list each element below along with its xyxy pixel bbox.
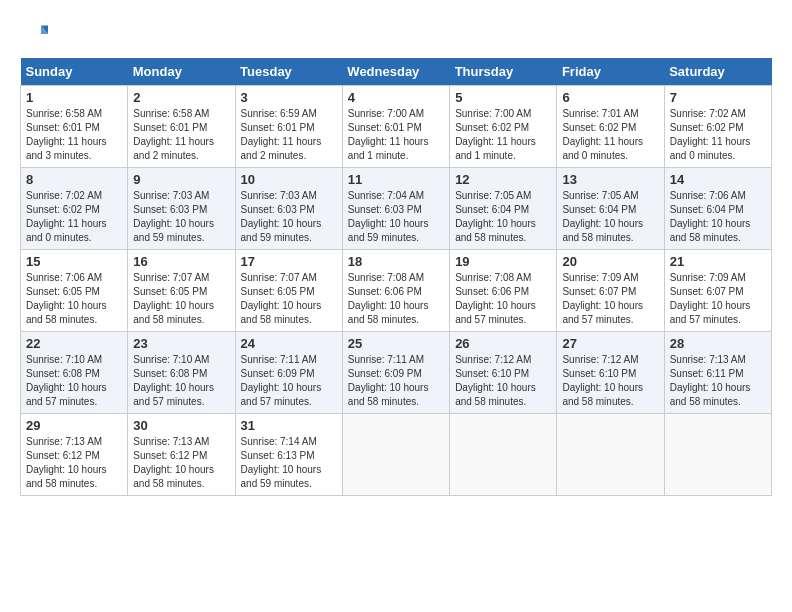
day-number: 7	[670, 90, 766, 105]
calendar-day-cell: 12Sunrise: 7:05 AM Sunset: 6:04 PM Dayli…	[450, 168, 557, 250]
calendar-day-cell: 6Sunrise: 7:01 AM Sunset: 6:02 PM Daylig…	[557, 86, 664, 168]
calendar-day-cell: 17Sunrise: 7:07 AM Sunset: 6:05 PM Dayli…	[235, 250, 342, 332]
day-number: 30	[133, 418, 229, 433]
day-info: Sunrise: 7:00 AM Sunset: 6:02 PM Dayligh…	[455, 107, 551, 163]
calendar-day-cell: 20Sunrise: 7:09 AM Sunset: 6:07 PM Dayli…	[557, 250, 664, 332]
calendar-week-row: 22Sunrise: 7:10 AM Sunset: 6:08 PM Dayli…	[21, 332, 772, 414]
calendar-day-cell: 11Sunrise: 7:04 AM Sunset: 6:03 PM Dayli…	[342, 168, 449, 250]
day-number: 20	[562, 254, 658, 269]
day-number: 9	[133, 172, 229, 187]
calendar-day-cell: 29Sunrise: 7:13 AM Sunset: 6:12 PM Dayli…	[21, 414, 128, 496]
calendar-week-row: 29Sunrise: 7:13 AM Sunset: 6:12 PM Dayli…	[21, 414, 772, 496]
calendar-day-cell: 25Sunrise: 7:11 AM Sunset: 6:09 PM Dayli…	[342, 332, 449, 414]
day-info: Sunrise: 7:00 AM Sunset: 6:01 PM Dayligh…	[348, 107, 444, 163]
day-info: Sunrise: 7:02 AM Sunset: 6:02 PM Dayligh…	[26, 189, 122, 245]
header-day-tuesday: Tuesday	[235, 58, 342, 86]
day-info: Sunrise: 7:09 AM Sunset: 6:07 PM Dayligh…	[562, 271, 658, 327]
day-info: Sunrise: 7:03 AM Sunset: 6:03 PM Dayligh…	[241, 189, 337, 245]
calendar-day-cell	[450, 414, 557, 496]
day-number: 14	[670, 172, 766, 187]
calendar-day-cell: 26Sunrise: 7:12 AM Sunset: 6:10 PM Dayli…	[450, 332, 557, 414]
day-info: Sunrise: 7:05 AM Sunset: 6:04 PM Dayligh…	[455, 189, 551, 245]
day-info: Sunrise: 7:05 AM Sunset: 6:04 PM Dayligh…	[562, 189, 658, 245]
calendar-day-cell: 22Sunrise: 7:10 AM Sunset: 6:08 PM Dayli…	[21, 332, 128, 414]
logo-icon	[20, 20, 48, 48]
day-info: Sunrise: 7:13 AM Sunset: 6:12 PM Dayligh…	[133, 435, 229, 491]
header-day-sunday: Sunday	[21, 58, 128, 86]
day-number: 17	[241, 254, 337, 269]
day-number: 21	[670, 254, 766, 269]
calendar-day-cell: 1Sunrise: 6:58 AM Sunset: 6:01 PM Daylig…	[21, 86, 128, 168]
day-info: Sunrise: 7:13 AM Sunset: 6:12 PM Dayligh…	[26, 435, 122, 491]
day-number: 29	[26, 418, 122, 433]
day-info: Sunrise: 7:06 AM Sunset: 6:04 PM Dayligh…	[670, 189, 766, 245]
calendar-day-cell: 18Sunrise: 7:08 AM Sunset: 6:06 PM Dayli…	[342, 250, 449, 332]
calendar-week-row: 1Sunrise: 6:58 AM Sunset: 6:01 PM Daylig…	[21, 86, 772, 168]
day-number: 16	[133, 254, 229, 269]
day-info: Sunrise: 7:14 AM Sunset: 6:13 PM Dayligh…	[241, 435, 337, 491]
calendar-day-cell: 21Sunrise: 7:09 AM Sunset: 6:07 PM Dayli…	[664, 250, 771, 332]
day-number: 5	[455, 90, 551, 105]
calendar-day-cell: 28Sunrise: 7:13 AM Sunset: 6:11 PM Dayli…	[664, 332, 771, 414]
calendar-day-cell: 31Sunrise: 7:14 AM Sunset: 6:13 PM Dayli…	[235, 414, 342, 496]
day-number: 6	[562, 90, 658, 105]
day-number: 31	[241, 418, 337, 433]
calendar-day-cell: 15Sunrise: 7:06 AM Sunset: 6:05 PM Dayli…	[21, 250, 128, 332]
day-info: Sunrise: 7:07 AM Sunset: 6:05 PM Dayligh…	[241, 271, 337, 327]
calendar-day-cell: 8Sunrise: 7:02 AM Sunset: 6:02 PM Daylig…	[21, 168, 128, 250]
day-info: Sunrise: 6:59 AM Sunset: 6:01 PM Dayligh…	[241, 107, 337, 163]
day-number: 3	[241, 90, 337, 105]
calendar-day-cell	[664, 414, 771, 496]
calendar-week-row: 8Sunrise: 7:02 AM Sunset: 6:02 PM Daylig…	[21, 168, 772, 250]
calendar-day-cell: 5Sunrise: 7:00 AM Sunset: 6:02 PM Daylig…	[450, 86, 557, 168]
calendar-day-cell: 23Sunrise: 7:10 AM Sunset: 6:08 PM Dayli…	[128, 332, 235, 414]
day-number: 1	[26, 90, 122, 105]
header-day-saturday: Saturday	[664, 58, 771, 86]
calendar-day-cell: 30Sunrise: 7:13 AM Sunset: 6:12 PM Dayli…	[128, 414, 235, 496]
day-info: Sunrise: 7:06 AM Sunset: 6:05 PM Dayligh…	[26, 271, 122, 327]
day-info: Sunrise: 7:11 AM Sunset: 6:09 PM Dayligh…	[348, 353, 444, 409]
header-day-friday: Friday	[557, 58, 664, 86]
calendar-day-cell	[342, 414, 449, 496]
calendar-day-cell: 13Sunrise: 7:05 AM Sunset: 6:04 PM Dayli…	[557, 168, 664, 250]
day-info: Sunrise: 7:01 AM Sunset: 6:02 PM Dayligh…	[562, 107, 658, 163]
day-number: 15	[26, 254, 122, 269]
calendar-day-cell: 19Sunrise: 7:08 AM Sunset: 6:06 PM Dayli…	[450, 250, 557, 332]
day-number: 10	[241, 172, 337, 187]
day-info: Sunrise: 7:12 AM Sunset: 6:10 PM Dayligh…	[455, 353, 551, 409]
day-number: 25	[348, 336, 444, 351]
day-info: Sunrise: 7:11 AM Sunset: 6:09 PM Dayligh…	[241, 353, 337, 409]
calendar-day-cell: 27Sunrise: 7:12 AM Sunset: 6:10 PM Dayli…	[557, 332, 664, 414]
day-number: 19	[455, 254, 551, 269]
day-number: 23	[133, 336, 229, 351]
header-day-monday: Monday	[128, 58, 235, 86]
calendar-day-cell: 7Sunrise: 7:02 AM Sunset: 6:02 PM Daylig…	[664, 86, 771, 168]
day-info: Sunrise: 7:13 AM Sunset: 6:11 PM Dayligh…	[670, 353, 766, 409]
day-number: 13	[562, 172, 658, 187]
day-number: 11	[348, 172, 444, 187]
day-info: Sunrise: 7:08 AM Sunset: 6:06 PM Dayligh…	[348, 271, 444, 327]
logo	[20, 20, 52, 48]
calendar-day-cell: 2Sunrise: 6:58 AM Sunset: 6:01 PM Daylig…	[128, 86, 235, 168]
day-number: 2	[133, 90, 229, 105]
calendar-header-row: SundayMondayTuesdayWednesdayThursdayFrid…	[21, 58, 772, 86]
header-day-wednesday: Wednesday	[342, 58, 449, 86]
day-number: 12	[455, 172, 551, 187]
day-number: 27	[562, 336, 658, 351]
day-number: 24	[241, 336, 337, 351]
day-number: 22	[26, 336, 122, 351]
calendar-day-cell: 4Sunrise: 7:00 AM Sunset: 6:01 PM Daylig…	[342, 86, 449, 168]
day-info: Sunrise: 6:58 AM Sunset: 6:01 PM Dayligh…	[26, 107, 122, 163]
calendar-day-cell: 9Sunrise: 7:03 AM Sunset: 6:03 PM Daylig…	[128, 168, 235, 250]
day-info: Sunrise: 7:07 AM Sunset: 6:05 PM Dayligh…	[133, 271, 229, 327]
calendar-week-row: 15Sunrise: 7:06 AM Sunset: 6:05 PM Dayli…	[21, 250, 772, 332]
calendar-day-cell: 24Sunrise: 7:11 AM Sunset: 6:09 PM Dayli…	[235, 332, 342, 414]
day-info: Sunrise: 7:09 AM Sunset: 6:07 PM Dayligh…	[670, 271, 766, 327]
header	[20, 20, 772, 48]
calendar-day-cell: 10Sunrise: 7:03 AM Sunset: 6:03 PM Dayli…	[235, 168, 342, 250]
day-info: Sunrise: 6:58 AM Sunset: 6:01 PM Dayligh…	[133, 107, 229, 163]
day-number: 4	[348, 90, 444, 105]
day-info: Sunrise: 7:10 AM Sunset: 6:08 PM Dayligh…	[26, 353, 122, 409]
calendar-day-cell: 3Sunrise: 6:59 AM Sunset: 6:01 PM Daylig…	[235, 86, 342, 168]
day-number: 18	[348, 254, 444, 269]
